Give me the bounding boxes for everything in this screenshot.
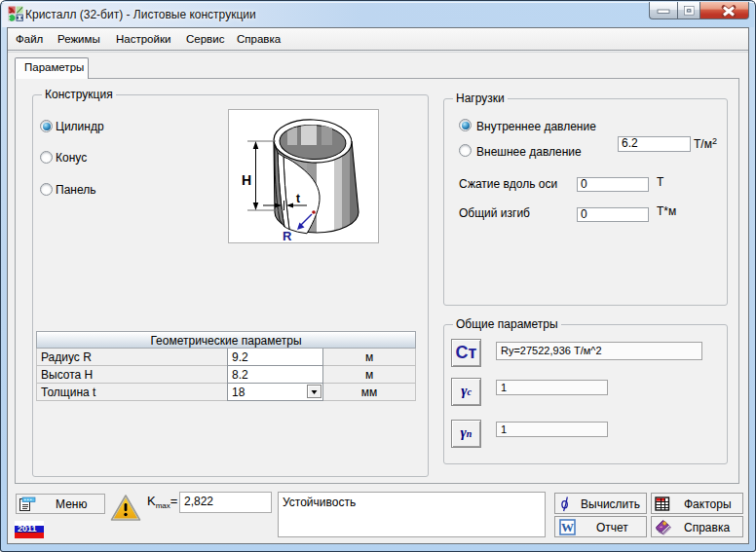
svg-text:H: H [242,172,251,188]
svg-text:W: W [561,520,574,534]
svg-text:t: t [296,192,300,205]
svg-text:R: R [283,229,292,243]
